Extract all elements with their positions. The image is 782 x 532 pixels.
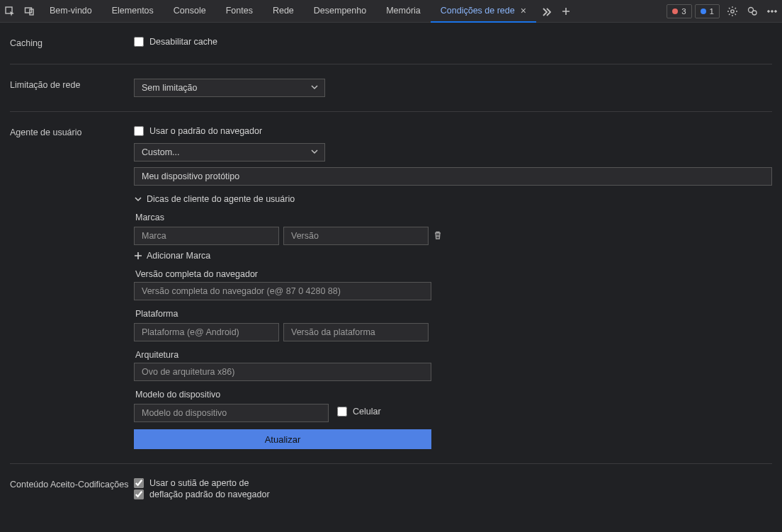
section-label-throttling: Limitação de rede bbox=[10, 79, 134, 97]
ua-preset-selected: Custom... bbox=[142, 147, 180, 157]
mobile-checkbox[interactable] bbox=[337, 407, 347, 417]
svg-point-8 bbox=[775, 10, 777, 12]
tab-label: Rede bbox=[273, 6, 294, 16]
add-tab-icon[interactable] bbox=[556, 1, 576, 21]
encodings-default-checkbox-2[interactable] bbox=[134, 489, 144, 499]
error-dot-icon bbox=[672, 9, 678, 14]
more-menu-icon[interactable] bbox=[762, 1, 782, 21]
settings-icon[interactable] bbox=[722, 1, 742, 21]
network-conditions-panel: Caching Desabilitar cache Limitação de r… bbox=[0, 23, 782, 532]
ua-use-default-checkbox[interactable] bbox=[134, 126, 144, 136]
info-badge[interactable]: 1 bbox=[695, 4, 720, 18]
delete-brand-icon[interactable] bbox=[433, 230, 443, 242]
tab-label: Elementos bbox=[112, 6, 154, 16]
svg-point-7 bbox=[771, 10, 774, 12]
tab-welcome[interactable]: Bem-vindo bbox=[40, 0, 102, 23]
tab-label: Fontes bbox=[226, 6, 253, 16]
tab-label: Desempenho bbox=[314, 6, 366, 16]
device-toggle-icon[interactable] bbox=[20, 1, 40, 21]
encodings-default-label-2: deflação padrão do navegador bbox=[149, 489, 270, 499]
ua-preset-select[interactable]: Custom... bbox=[134, 143, 325, 162]
section-label-user-agent: Agente de usuário bbox=[10, 126, 134, 449]
ua-client-hints-label: Dicas de cliente do agente de usuário bbox=[147, 194, 295, 204]
tab-sources[interactable]: Fontes bbox=[216, 0, 263, 23]
platform-label: Plataforma bbox=[135, 309, 772, 319]
errors-count: 3 bbox=[681, 7, 686, 16]
tab-memory[interactable]: Memória bbox=[376, 0, 431, 23]
tab-performance[interactable]: Desempenho bbox=[304, 0, 376, 23]
architecture-label: Arquitetura bbox=[135, 350, 772, 360]
encodings-default-row-2[interactable]: deflação padrão do navegador bbox=[134, 489, 772, 499]
svg-rect-1 bbox=[26, 8, 32, 13]
tabs-container: Bem-vindo Elementos Console Fontes Rede … bbox=[40, 0, 536, 23]
section-encodings: Conteúdo Aceito-Codificações Usar o suti… bbox=[10, 464, 772, 515]
device-model-label: Modelo do dispositivo bbox=[135, 390, 772, 400]
tab-console[interactable]: Console bbox=[164, 0, 216, 23]
mobile-label: Celular bbox=[353, 407, 381, 417]
ua-client-hints-block: Marcas Adicionar Marca Versão completa d… bbox=[134, 213, 772, 449]
chevron-down-icon bbox=[310, 147, 319, 158]
more-tabs-icon[interactable] bbox=[536, 1, 556, 21]
add-brand-button[interactable]: Adicionar Marca bbox=[134, 251, 772, 261]
tab-label: Console bbox=[174, 6, 206, 16]
throttling-select[interactable]: Sem limitação bbox=[134, 79, 325, 97]
close-icon[interactable]: × bbox=[521, 5, 526, 16]
section-label-caching: Caching bbox=[10, 37, 134, 50]
tab-label: Bem-vindo bbox=[50, 6, 92, 16]
svg-point-5 bbox=[752, 11, 756, 15]
brand-version-input[interactable] bbox=[283, 227, 429, 245]
encodings-default-checkbox-1[interactable] bbox=[134, 478, 144, 488]
ua-custom-input[interactable] bbox=[134, 167, 772, 186]
section-caching: Caching Desabilitar cache bbox=[10, 23, 772, 64]
full-version-label: Versão completa do navegador bbox=[135, 269, 772, 279]
tab-network[interactable]: Rede bbox=[263, 0, 304, 23]
disable-cache-checkbox[interactable] bbox=[134, 37, 144, 47]
devtools-tabbar: Bem-vindo Elementos Console Fontes Rede … bbox=[0, 0, 782, 23]
platform-input[interactable] bbox=[134, 323, 279, 341]
tab-elements[interactable]: Elementos bbox=[102, 0, 164, 23]
svg-point-6 bbox=[768, 10, 770, 12]
platform-version-input[interactable] bbox=[283, 323, 429, 341]
tab-network-conditions[interactable]: Condições de rede × bbox=[431, 0, 536, 23]
info-dot-icon bbox=[701, 9, 706, 14]
chevron-down-icon bbox=[310, 83, 319, 94]
section-label-encodings: Conteúdo Aceito-Codificações bbox=[10, 478, 134, 501]
device-model-input[interactable] bbox=[134, 404, 329, 422]
ua-client-hints-toggle[interactable]: Dicas de cliente do agente de usuário bbox=[134, 194, 772, 204]
svg-point-3 bbox=[731, 9, 734, 12]
throttling-selected: Sem limitação bbox=[142, 83, 198, 93]
tab-label: Memória bbox=[386, 6, 421, 16]
info-count: 1 bbox=[710, 7, 714, 16]
update-button-label: Atualizar bbox=[265, 434, 301, 445]
architecture-input[interactable] bbox=[134, 363, 431, 381]
disable-cache-row[interactable]: Desabilitar cache bbox=[134, 37, 772, 47]
mobile-checkbox-row[interactable]: Celular bbox=[337, 407, 381, 417]
update-button[interactable]: Atualizar bbox=[134, 429, 431, 449]
full-version-input[interactable] bbox=[134, 282, 431, 300]
disable-cache-label: Desabilitar cache bbox=[149, 37, 217, 47]
brands-label: Marcas bbox=[135, 213, 772, 222]
encodings-default-label-1: Usar o sutiã de aperto de bbox=[149, 478, 249, 488]
tab-label: Condições de rede bbox=[441, 6, 515, 16]
encodings-default-row-1[interactable]: Usar o sutiã de aperto de bbox=[134, 478, 772, 488]
errors-badge[interactable]: 3 bbox=[667, 4, 691, 18]
section-throttling: Limitação de rede Sem limitação bbox=[10, 64, 772, 112]
inspect-element-icon[interactable] bbox=[0, 1, 20, 21]
section-user-agent: Agente de usuário Usar o padrão do naveg… bbox=[10, 112, 772, 464]
feedback-icon[interactable] bbox=[742, 1, 762, 21]
brand-input[interactable] bbox=[134, 227, 279, 245]
ua-use-default-label: Usar o padrão do navegador bbox=[149, 126, 262, 136]
add-brand-label: Adicionar Marca bbox=[147, 251, 210, 261]
ua-use-default-row[interactable]: Usar o padrão do navegador bbox=[134, 126, 772, 136]
